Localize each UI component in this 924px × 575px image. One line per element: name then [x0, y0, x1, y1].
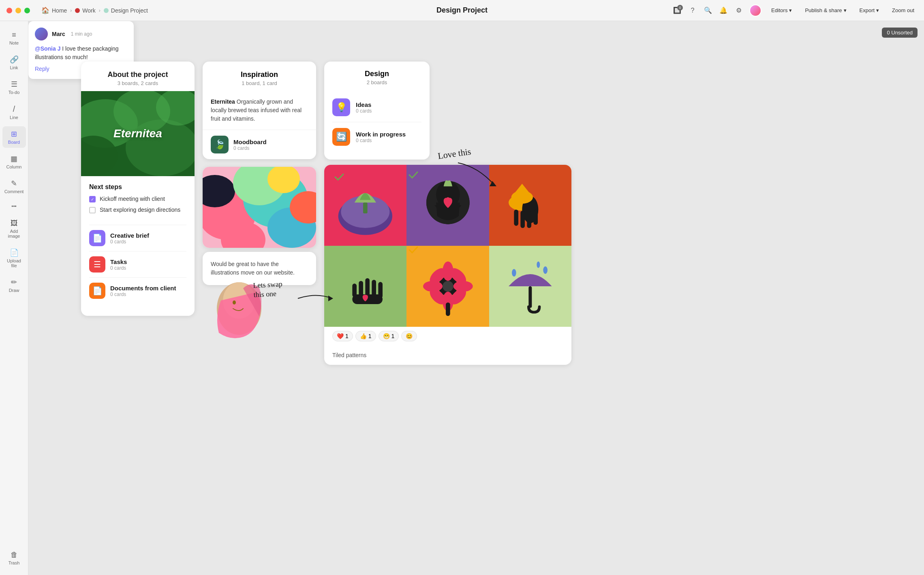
svg-rect-45 — [446, 302, 450, 316]
tile-1 — [324, 165, 406, 246]
commenter-avatar — [35, 28, 48, 40]
comment-header: Marc 1 min ago — [35, 28, 127, 40]
svg-point-36 — [443, 281, 453, 292]
reaction-thumbsup[interactable]: 👍 1 — [355, 331, 376, 341]
work-dot — [75, 8, 80, 13]
about-card-subtitle: 3 boards, 2 cards — [89, 80, 186, 86]
svg-rect-24 — [514, 210, 518, 226]
settings-icon[interactable]: ⚙ — [735, 6, 743, 15]
breadcrumb-work[interactable]: Work — [75, 7, 95, 14]
search-icon[interactable]: 🔍 — [704, 6, 712, 15]
comment-mention[interactable]: @Sonia J — [35, 45, 60, 52]
inspiration-image-card — [203, 167, 316, 248]
tasks-sub: 0 cards — [110, 265, 127, 271]
toolbar-icons: 🔲 0 ? 🔍 🔔 ⚙ — [673, 6, 743, 15]
inspiration-text: Eternitea Organically grown and locally … — [211, 98, 302, 122]
tile-2 — [406, 165, 489, 246]
sidebar-item-column[interactable]: ▦ Column — [2, 151, 26, 172]
breadcrumb-home-label: Home — [52, 7, 67, 14]
traffic-light-close[interactable] — [6, 8, 12, 13]
thumbsup-count: 1 — [368, 333, 372, 339]
sidebar-item-note[interactable]: ≡ Note — [2, 28, 26, 49]
checklist-item-1[interactable]: ✓ Kickoff meeting with client — [89, 196, 186, 202]
counter-icon: 🔲 0 — [673, 6, 681, 15]
reply-button[interactable]: Reply — [35, 66, 49, 72]
board-item-creative-brief[interactable]: 📄 Creative brief 0 cards — [89, 225, 186, 251]
next-steps-title: Next steps — [89, 183, 186, 191]
bell-icon[interactable]: 🔔 — [719, 6, 727, 15]
tile-6 — [489, 246, 571, 327]
todo-label: To-do — [9, 90, 20, 95]
inspiration-sub: 1 board, 1 card — [211, 80, 308, 86]
breadcrumb-design-project[interactable]: Design Project — [104, 7, 148, 14]
next-steps: Next steps ✓ Kickoff meeting with client… — [81, 176, 195, 225]
editors-button[interactable]: Editors ▾ — [768, 6, 795, 15]
sidebar-item-board[interactable]: ⊞ Board — [2, 126, 26, 148]
design-item-wip[interactable]: 🔄 Work in progress 0 cards — [332, 122, 421, 151]
svg-point-48 — [543, 266, 548, 274]
board-icon: ⊞ — [11, 130, 17, 138]
checklist-label-1: Kickoff meeting with client — [100, 196, 165, 202]
column-label: Column — [6, 164, 22, 169]
sidebar-item-more[interactable]: ••• — [2, 200, 26, 213]
design-header: Design 2 boards — [332, 70, 421, 85]
add-image-label: Add image — [5, 229, 24, 239]
breadcrumb-home[interactable]: 🏠 Home — [41, 6, 67, 14]
tiled-footer: Tiled patterns — [324, 345, 571, 365]
draw-label: Draw — [9, 288, 19, 293]
checklist-label-2: Start exploring design directions — [100, 207, 180, 213]
tile-4 — [324, 246, 406, 327]
sidebar-item-draw[interactable]: ✏ Draw — [2, 275, 26, 296]
moodboard-item[interactable]: 🍃 Moodboard 0 cards — [203, 130, 316, 159]
project-dot — [104, 8, 109, 13]
ideas-icon: 💡 — [332, 98, 350, 116]
design-item-ideas[interactable]: 💡 Ideas 0 cards — [332, 93, 421, 122]
love-this-annotation: Love this — [437, 146, 472, 161]
creative-brief-sub: 0 cards — [110, 239, 149, 245]
comment-icon: ✎ — [11, 179, 17, 188]
export-button[interactable]: Export ▾ — [856, 6, 883, 15]
wip-sub: 0 cards — [356, 138, 406, 143]
documents-icon: 📄 — [89, 283, 105, 299]
sidebar-item-trash[interactable]: 🗑 Trash — [2, 547, 26, 569]
unsorted-badge[interactable]: 0 Unsorted — [882, 28, 918, 38]
checkbox-2[interactable] — [89, 207, 96, 213]
grin-count: 1 — [391, 333, 395, 339]
publish-share-button[interactable]: Publish & share ▾ — [802, 6, 849, 15]
ideas-sub: 0 cards — [356, 108, 372, 114]
svg-rect-26 — [527, 211, 531, 228]
documents-info: Documents from client 0 cards — [110, 285, 176, 297]
help-icon[interactable]: ? — [689, 6, 697, 15]
sidebar-item-line[interactable]: / Line — [2, 101, 26, 123]
sidebar-item-upload[interactable]: 📄 Upload file — [2, 245, 26, 271]
sidebar-item-todo[interactable]: ☰ To-do — [2, 77, 26, 98]
sidebar-item-add-image[interactable]: 🖼 Add image — [2, 216, 26, 242]
board-item-documents[interactable]: 📄 Documents from client 0 cards — [89, 277, 186, 304]
ideas-info: Ideas 0 cards — [356, 101, 372, 114]
colorful-illustration — [203, 167, 316, 248]
board-item-tasks[interactable]: ☰ Tasks 0 cards — [89, 251, 186, 277]
link-label: Link — [10, 65, 18, 70]
wip-title: Work in progress — [356, 131, 406, 138]
column-icon: ▦ — [11, 154, 17, 163]
link-icon: 🔗 — [10, 55, 19, 64]
bottom-text-content: Would be great to have the illustrations… — [211, 261, 295, 276]
svg-rect-27 — [533, 210, 538, 225]
zoom-button[interactable]: Zoom out — [889, 6, 918, 15]
traffic-light-minimize[interactable] — [15, 8, 21, 13]
checklist-item-2[interactable]: Start exploring design directions — [89, 207, 186, 213]
todo-icon: ☰ — [11, 80, 17, 89]
sidebar-item-comment[interactable]: ✎ Comment — [2, 176, 26, 197]
reaction-heart[interactable]: ❤️ 1 — [332, 331, 353, 341]
reaction-add[interactable]: 😊 — [401, 331, 417, 341]
about-card-title: About the project — [89, 70, 186, 79]
checkbox-1[interactable]: ✓ — [89, 196, 96, 202]
traffic-light-fullscreen[interactable] — [24, 8, 30, 13]
titlebar: 🏠 Home › Work › Design Project Design Pr… — [0, 0, 924, 21]
thumbsup-emoji: 👍 — [360, 333, 367, 339]
reaction-grin[interactable]: 😁 1 — [379, 331, 399, 341]
comment-text: @Sonia J I love these packaging illustra… — [35, 45, 127, 62]
brand-logo: Eternitea — [113, 127, 162, 140]
canvas: 0 Unsorted About the project 3 boards, 2… — [28, 21, 924, 575]
sidebar-item-link[interactable]: 🔗 Link — [2, 52, 26, 73]
